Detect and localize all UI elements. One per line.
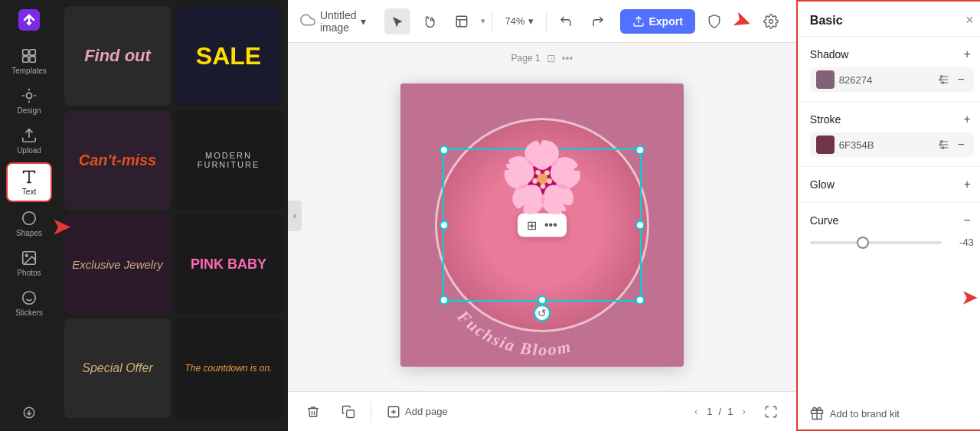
stroke-section: Stroke + 6F354B −: [798, 102, 980, 167]
stroke-add-btn[interactable]: +: [961, 111, 974, 128]
undo-btn[interactable]: [553, 8, 579, 34]
template-find-out-text: Find out: [84, 45, 151, 67]
sidebar-templates-label: Templates: [11, 67, 47, 75]
page-more-icon[interactable]: •••: [562, 52, 573, 64]
sidebar-item-text[interactable]: Text: [6, 162, 52, 202]
svg-rect-3: [23, 57, 28, 62]
right-panels: Basic × Shadow + 826274 −: [796, 0, 980, 431]
page-slash: /: [719, 406, 722, 417]
brand-kit-btn[interactable]: Add to brand kit: [810, 407, 974, 420]
copy-btn[interactable]: [335, 400, 361, 423]
svg-rect-18: [347, 410, 354, 417]
bottom-bar: Add page ‹ 1 / 1 ›: [288, 391, 796, 431]
panel-collapse-btn[interactable]: ‹: [288, 201, 302, 231]
svg-point-9: [25, 254, 28, 256]
sidebar-item-templates[interactable]: Templates: [6, 43, 52, 80]
curve-label: Curve: [810, 214, 838, 227]
frame-tool-btn[interactable]: [449, 8, 475, 34]
shadow-tune-icon[interactable]: [938, 73, 950, 86]
file-title-area[interactable]: Untitled image ▾: [300, 9, 366, 34]
sidebar-item-design[interactable]: Design: [6, 83, 52, 119]
sidebar-upload-label: Upload: [17, 146, 41, 155]
sidebar-design-label: Design: [17, 106, 41, 115]
zoom-chevron-icon: ▾: [528, 15, 534, 27]
svg-point-7: [23, 212, 36, 225]
file-title: Untitled image: [320, 9, 356, 34]
delete-btn[interactable]: [300, 400, 326, 423]
stroke-tune-icon[interactable]: [938, 139, 950, 151]
add-page-btn[interactable]: Add page: [381, 400, 454, 423]
shadow-add-btn[interactable]: +: [961, 46, 974, 63]
panel-close-btn[interactable]: ×: [965, 12, 974, 28]
page-current: 1: [707, 406, 712, 417]
main-area: Untitled image ▾ ▾: [288, 0, 796, 431]
sidebar-item-photos[interactable]: Photos: [6, 245, 52, 282]
shield-btn[interactable]: [701, 8, 727, 34]
stroke-color-swatch: [816, 136, 835, 154]
redo-btn[interactable]: [585, 8, 611, 34]
sidebar-photos-label: Photos: [17, 269, 41, 277]
template-find-out[interactable]: Find out: [64, 6, 171, 106]
next-page-btn[interactable]: ›: [739, 403, 748, 420]
svg-rect-2: [30, 50, 35, 55]
template-sale-text: SALE: [196, 42, 261, 70]
panel-header: Basic ×: [798, 2, 980, 37]
brand-kit-label: Add to brand kit: [830, 408, 900, 420]
svg-point-31: [940, 141, 942, 143]
svg-point-25: [940, 76, 942, 78]
frame-chevron: ▾: [481, 16, 485, 26]
divider-2: [546, 11, 547, 32]
template-special[interactable]: Special Offer: [64, 318, 171, 418]
template-pinkbaby[interactable]: PINK BABY: [175, 214, 282, 314]
curve-section: Curve − -43: [798, 203, 980, 257]
sidebar-stickers-label: Stickers: [15, 309, 43, 317]
topbar: Untitled image ▾ ▾: [288, 0, 796, 43]
svg-text:Fuchsia Bloom: Fuchsia Bloom: [453, 305, 573, 359]
curve-slider-track[interactable]: [810, 241, 942, 244]
curve-collapse-btn[interactable]: −: [961, 212, 974, 229]
stroke-color-box[interactable]: 6F354B −: [810, 132, 974, 157]
shadow-color-box[interactable]: 826274 −: [810, 67, 974, 92]
glow-add-btn[interactable]: +: [961, 176, 974, 193]
sidebar-item-upload[interactable]: Upload: [6, 122, 52, 159]
template-jewelry[interactable]: Exclusive Jewelry: [64, 214, 171, 314]
page-icon[interactable]: ⊡: [547, 52, 556, 64]
app-logo[interactable]: [15, 6, 43, 34]
cursor-tool-btn[interactable]: [384, 8, 410, 34]
canvas-frame: 🌸 Fuchsia Bloom ↺: [400, 83, 684, 367]
top-right-arrow-annotation: ➤: [730, 7, 753, 35]
template-jewelry-text: Exclusive Jewelry: [72, 258, 162, 271]
sidebar-text-label: Text: [22, 188, 36, 196]
curved-text-svg: Fuchsia Bloom: [400, 83, 684, 367]
template-modern[interactable]: MODERN FURNITURE: [175, 110, 282, 210]
hand-tool-btn[interactable]: [416, 8, 443, 34]
sidebar-collapse[interactable]: [17, 400, 41, 425]
template-modern-text: MODERN FURNITURE: [175, 151, 282, 169]
shadow-section: Shadow + 826274 −: [798, 37, 980, 102]
stroke-color-value: 6F354B: [839, 139, 933, 151]
export-btn[interactable]: Export: [620, 9, 695, 34]
template-sale[interactable]: SALE: [175, 6, 282, 106]
divider-bottom: [371, 401, 371, 423]
sidebar-item-shapes[interactable]: Shapes: [6, 205, 52, 242]
glow-label: Glow: [810, 178, 835, 191]
curve-value: -43: [949, 237, 974, 248]
stroke-row: Stroke +: [810, 111, 974, 128]
settings-btn[interactable]: [758, 8, 784, 34]
template-pinkbaby-text: PINK BABY: [191, 256, 266, 273]
fullscreen-btn[interactable]: [758, 399, 784, 425]
shadow-minus-btn[interactable]: −: [955, 71, 968, 88]
canvas-area: Page 1 ⊡ ••• 🌸 Fuchsia Bloom: [288, 43, 796, 391]
template-cantmiss[interactable]: Can't-miss: [64, 110, 171, 210]
template-countdown[interactable]: The countdown is on.: [175, 318, 282, 418]
page-label: Page 1 ⊡ •••: [511, 52, 573, 64]
left-sidebar: Templates Design Upload Text Shapes Pho: [0, 0, 58, 431]
stroke-minus-btn[interactable]: −: [955, 136, 968, 153]
svg-point-32: [939, 144, 942, 146]
zoom-control[interactable]: 74% ▾: [498, 12, 539, 30]
sidebar-item-stickers[interactable]: Stickers: [6, 285, 52, 322]
shadow-label: Shadow: [810, 48, 849, 60]
divider-1: [492, 11, 492, 32]
prev-page-btn[interactable]: ‹: [691, 403, 701, 420]
curve-slider-thumb[interactable]: [857, 237, 869, 249]
